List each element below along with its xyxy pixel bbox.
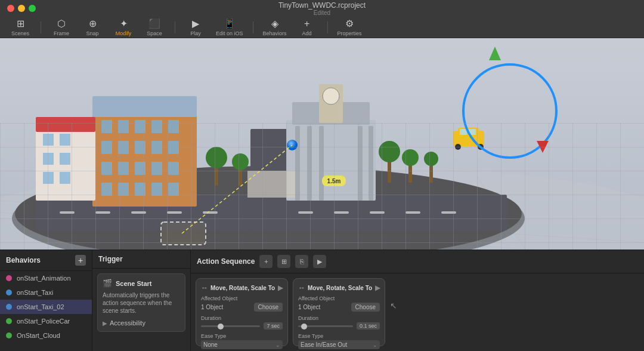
toolbar-space[interactable]: ⬛ Space — [144, 18, 165, 36]
svg-marker-82 — [537, 141, 549, 153]
svg-point-64 — [232, 153, 249, 170]
behavior-item-taxi[interactable]: onStart_Taxi — [0, 285, 92, 300]
svg-rect-61 — [215, 165, 218, 186]
svg-rect-14 — [131, 211, 146, 214]
svg-rect-16 — [203, 211, 218, 214]
toolbar-add[interactable]: + Add — [296, 19, 318, 36]
behaviors-toolbar-label: Behaviors — [263, 30, 287, 36]
svg-point-47 — [323, 88, 339, 104]
svg-rect-15 — [167, 211, 182, 214]
minimize-button[interactable] — [18, 5, 25, 12]
chevron-right-icon: ▶ — [103, 320, 107, 327]
svg-rect-38 — [168, 162, 179, 175]
svg-rect-59 — [43, 172, 54, 184]
affected-object-value-1: 1 Object — [201, 304, 223, 310]
svg-rect-0 — [0, 38, 644, 250]
traffic-lights — [7, 5, 36, 12]
close-button[interactable] — [7, 5, 14, 12]
card-1-play-button[interactable]: ▶ — [278, 284, 283, 292]
add-icon: + — [304, 19, 309, 29]
svg-rect-33 — [168, 141, 179, 154]
behavior-dot-police — [6, 318, 12, 324]
action-duplicate-button[interactable]: ⊞ — [277, 255, 290, 268]
trigger-accessibility[interactable]: ▶ Accessibility — [103, 319, 180, 327]
svg-rect-20 — [405, 211, 420, 214]
action-card-1-header: ↔ Move, Rotate, Scale To ▶ — [201, 284, 283, 292]
svg-point-70 — [424, 152, 438, 166]
behavior-item-animation[interactable]: onStart_Animation — [0, 271, 92, 285]
action-cards-container: ↔ Move, Rotate, Scale To ▶ Affected Obje… — [191, 273, 644, 351]
svg-rect-63 — [239, 168, 242, 186]
action-sequence-panel: Action Sequence + ⊞ ⎘ ▶ ↔ Move, Rotate, … — [191, 250, 644, 351]
main-content: 1.5m Behaviors + onStart_Animation onSta… — [0, 38, 644, 351]
svg-rect-22 — [92, 114, 197, 207]
toolbar-frame[interactable]: ⬡ Frame — [51, 18, 72, 36]
card-2-play-button[interactable]: ▶ — [375, 284, 380, 292]
action-add-button[interactable]: + — [259, 255, 273, 268]
action-play-button[interactable]: ▶ — [313, 255, 326, 268]
toolbar-scenes[interactable]: ⊞ Scenes — [10, 18, 31, 36]
svg-rect-44 — [286, 120, 376, 201]
svg-rect-67 — [408, 164, 412, 183]
svg-rect-56 — [60, 134, 70, 146]
svg-line-7 — [477, 177, 537, 250]
duration-slider-thumb-2[interactable] — [301, 324, 307, 330]
action-card-1-affected-object: Affected Object 1 Object Choose — [201, 295, 283, 312]
ease-type-select-2[interactable]: Ease In/Ease Out ⌄ — [298, 340, 380, 349]
choose-button-2[interactable]: Choose — [351, 303, 380, 312]
duration-slider-track-1[interactable] — [201, 325, 260, 327]
ease-type-select-1[interactable]: None ⌄ — [201, 340, 283, 349]
svg-rect-37 — [151, 162, 162, 175]
behavior-item-taxi02[interactable]: onStart_Taxi_02 — [0, 300, 92, 314]
add-behavior-button[interactable]: + — [75, 255, 86, 266]
svg-line-85 — [182, 145, 292, 233]
action-card-1-ease-type: Ease Type None ⌄ — [201, 333, 283, 349]
ease-type-chevron-2: ⌄ — [373, 342, 377, 348]
fullscreen-button[interactable] — [29, 5, 36, 12]
svg-rect-31 — [135, 141, 145, 154]
ease-type-chevron-1: ⌄ — [275, 342, 280, 348]
duration-slider-track-2[interactable] — [298, 325, 353, 327]
svg-rect-48 — [295, 126, 300, 201]
trigger-scene-start[interactable]: 🎬 Scene Start Automatically triggers the… — [97, 273, 185, 332]
svg-rect-65 — [388, 159, 391, 183]
behavior-dot-cloud — [6, 332, 12, 338]
svg-line-5 — [239, 174, 298, 250]
toolbar-behaviors[interactable]: ◈ Behaviors — [263, 18, 287, 36]
cursor-area: ↖ — [390, 278, 397, 346]
toolbar: ⊞ Scenes ⬡ Frame ⊕ Snap ✦ Modify ⬛ Space… — [0, 17, 644, 38]
duration-slider-1: 7 sec — [201, 322, 283, 330]
3d-viewport[interactable]: 1.5m — [0, 38, 644, 250]
toolbar-play[interactable]: ▶ Play — [185, 18, 206, 36]
choose-button-1[interactable]: Choose — [254, 303, 283, 312]
svg-point-66 — [379, 141, 400, 162]
toolbar-snap[interactable]: ⊕ Snap — [82, 18, 103, 36]
snap-label: Snap — [86, 30, 98, 36]
svg-rect-19 — [370, 211, 385, 214]
svg-rect-49 — [307, 126, 312, 201]
ease-type-label-2: Ease Type — [298, 333, 380, 339]
toolbar-modify[interactable]: ✦ Modify — [113, 18, 134, 36]
behavior-item-cloud[interactable]: OnStart_Cloud — [0, 328, 92, 343]
svg-rect-52 — [369, 126, 373, 201]
affected-object-row-2: 1 Object Choose — [298, 303, 380, 312]
toolbar-properties[interactable]: ⚙ Properties — [338, 18, 362, 36]
action-copy-button[interactable]: ⎘ — [295, 255, 308, 268]
behaviors-header: Behaviors + — [0, 250, 92, 271]
project-name: TinyTown_WWDC.rcproject — [278, 1, 366, 10]
duration-badge-2: 0.1 sec — [357, 322, 380, 330]
duration-slider-thumb-1[interactable] — [218, 324, 224, 330]
svg-rect-34 — [101, 162, 112, 175]
svg-line-6 — [358, 174, 417, 250]
trigger-header: Trigger — [92, 250, 190, 269]
svg-rect-26 — [135, 120, 145, 133]
behavior-item-police[interactable]: onStart_PoliceCar — [0, 314, 92, 328]
svg-rect-28 — [168, 120, 179, 133]
svg-line-2 — [0, 201, 644, 242]
svg-rect-35 — [118, 162, 129, 175]
titlebar: TinyTown_WWDC.rcproject Edited — [0, 0, 644, 17]
project-subtitle: Edited — [278, 10, 366, 16]
toolbar-edit-ios[interactable]: 📱 Edit on iOS — [216, 18, 243, 36]
svg-rect-78 — [161, 222, 206, 245]
bottom-panel: Behaviors + onStart_Animation onStart_Ta… — [0, 250, 644, 351]
